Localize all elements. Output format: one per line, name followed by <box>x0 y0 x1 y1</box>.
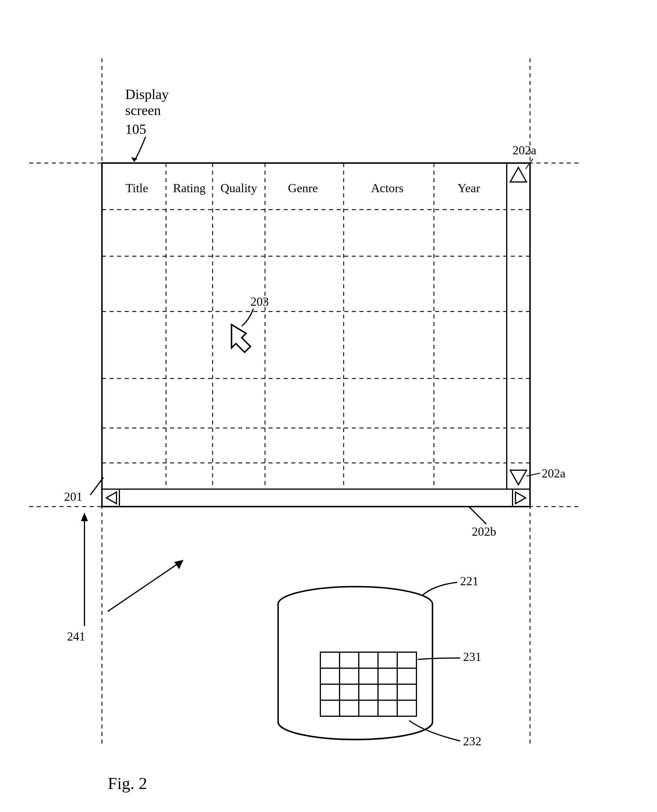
scroll-right-icon[interactable] <box>515 492 526 504</box>
col-genre[interactable]: Genre <box>288 181 318 195</box>
figure-svg: Display screen 105 Title Rating Quality … <box>0 0 657 812</box>
svg-marker-19 <box>232 325 251 352</box>
display-screen <box>102 163 530 507</box>
horizontal-scrollbar[interactable] <box>102 489 530 507</box>
ref-201: 201 <box>64 490 83 503</box>
ref-221: 221 <box>460 574 478 588</box>
figure-caption: Fig. 2 <box>108 774 147 793</box>
display-screen-label: Display screen <box>125 87 170 118</box>
cursor-icon[interactable] <box>232 325 251 352</box>
ref-241: 241 <box>67 630 85 643</box>
ref-105: 105 <box>125 121 146 137</box>
ref-231: 231 <box>463 650 481 664</box>
scroll-left-icon[interactable] <box>106 492 117 504</box>
ref-202a-top: 202a <box>512 143 536 157</box>
svg-marker-23 <box>81 512 88 521</box>
scroll-down-icon[interactable] <box>510 470 526 485</box>
svg-line-21 <box>526 473 540 476</box>
col-actors[interactable]: Actors <box>371 181 404 195</box>
ref-232: 232 <box>463 734 481 748</box>
ref-202b: 202b <box>472 525 496 538</box>
col-rating[interactable]: Rating <box>173 181 206 195</box>
col-quality[interactable]: Quality <box>221 181 257 195</box>
col-title[interactable]: Title <box>126 181 148 195</box>
ref-202a-bottom: 202a <box>542 467 565 480</box>
scroll-up-icon[interactable] <box>510 167 526 182</box>
svg-marker-25 <box>174 560 184 569</box>
ref-203: 203 <box>251 295 269 308</box>
vertical-scrollbar[interactable] <box>507 163 530 489</box>
col-year[interactable]: Year <box>458 181 480 195</box>
svg-line-24 <box>108 562 181 611</box>
db-table-icon <box>320 652 416 716</box>
